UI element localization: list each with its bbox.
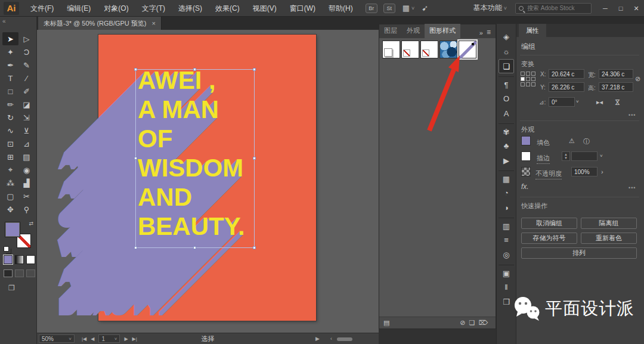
info-icon[interactable]: ⓘ [583, 137, 590, 146]
last-artboard-icon[interactable]: ▶| [132, 336, 137, 342]
paragraph-panel-icon[interactable]: ¶ [499, 76, 514, 91]
column-graph-tool[interactable]: ▟ [18, 176, 35, 190]
expand-panel-icon[interactable]: » [477, 27, 485, 38]
minimize-button[interactable]: ─ [597, 0, 613, 17]
flip-vertical-icon[interactable]: ⋈ [614, 99, 621, 106]
selection-tool[interactable]: ➤ [2, 32, 18, 45]
selection-handle[interactable] [253, 68, 256, 71]
effects-fx-icon[interactable]: fx. [521, 182, 529, 191]
opentype-panel-icon[interactable]: O [499, 91, 514, 106]
color-button[interactable] [4, 255, 13, 264]
stroke-weight-field[interactable] [571, 151, 597, 161]
paintbrush-tool[interactable]: ✐ [18, 85, 35, 98]
tab-properties[interactable]: 属性 [519, 24, 546, 37]
tab-layers[interactable]: 图层 [379, 24, 402, 38]
type-tool[interactable]: T [2, 72, 18, 85]
eraser-tool[interactable]: ◪ [18, 98, 35, 111]
collapse-panel-icon[interactable]: « [2, 18, 6, 24]
hand-tool[interactable]: ✥ [2, 203, 18, 216]
prev-artboard-icon[interactable]: ◀ [91, 336, 94, 342]
graphic-style-blue-texture[interactable] [439, 41, 457, 58]
arrange-button[interactable]: 排列 [521, 247, 637, 259]
default-fill-stroke-icon[interactable] [4, 246, 9, 252]
panel-menu-icon[interactable]: ≡ [485, 26, 496, 38]
swatches-panel-icon[interactable]: ▦ [499, 171, 514, 185]
layers-panel-icon[interactable]: ◈ [499, 29, 514, 44]
reference-point-selector[interactable] [521, 72, 536, 87]
actions-panel-icon[interactable]: ▶ [499, 153, 514, 168]
tab-graphic-styles[interactable]: 图形样式 [425, 24, 460, 38]
y-field[interactable]: 26.226 c [549, 82, 584, 92]
rotate-tool[interactable]: ↻ [2, 111, 18, 124]
color-guide-panel-icon[interactable]: ◔ [499, 185, 514, 200]
stepper-down-icon[interactable]: ▼ [564, 156, 568, 160]
shaper-tool[interactable]: ✏ [2, 98, 18, 111]
chevron-down-icon[interactable]: ˅ [600, 153, 603, 159]
artboard-number-select[interactable]: 1 ˅ [98, 334, 120, 343]
direct-selection-tool[interactable]: ▷ [18, 32, 35, 45]
menu-view[interactable]: 视图(V) [246, 0, 283, 17]
menu-effect[interactable]: 效果(C) [209, 0, 246, 17]
gpu-performance-icon[interactable]: ➹ [422, 4, 428, 13]
screen-mode-icon[interactable]: ❐ [8, 284, 15, 292]
graphic-style-default[interactable] [382, 41, 400, 58]
delete-style-icon[interactable]: ⌦ [478, 319, 488, 327]
appearance-panel-icon[interactable]: ☼ [499, 44, 514, 58]
tab-appearance[interactable]: 外观 [402, 24, 425, 38]
symbols-panel-icon[interactable]: ♣ [499, 138, 514, 153]
break-link-icon[interactable]: ⊘ [460, 319, 465, 327]
puppet-warp-tool[interactable]: ⊻ [18, 124, 35, 137]
arrange-documents-icon[interactable]: ▦ [402, 4, 410, 13]
x-field[interactable]: 20.624 c [549, 69, 584, 79]
magic-wand-tool[interactable]: ✦ [2, 45, 18, 58]
document-tab[interactable]: 未标题-3* @ 50% (RGB/GPU 预览) × [38, 17, 162, 30]
close-button[interactable]: ✕ [628, 0, 644, 17]
next-artboard-icon[interactable]: ▶ [124, 336, 128, 342]
graphic-style-no-fill-2[interactable] [420, 41, 438, 58]
artboard[interactable]: AWEI ,A MANOFWISDOMANDBEAUTY. [98, 35, 316, 321]
menu-type[interactable]: 文字(T) [135, 0, 172, 17]
selection-handle[interactable] [134, 68, 137, 71]
transparency-panel-icon[interactable]: ◎ [499, 247, 514, 262]
character-panel-icon[interactable]: A [499, 106, 514, 120]
lasso-tool[interactable]: Ɔ [18, 45, 35, 58]
rectangle-tool[interactable]: □ [2, 85, 18, 98]
stroke-panel-icon[interactable]: ≡ [499, 233, 514, 247]
scale-tool[interactable]: ⇲ [18, 111, 35, 124]
recolor-button[interactable]: 重新着色 [581, 233, 637, 244]
new-graphic-style-icon[interactable]: ❏ [469, 319, 475, 327]
save-as-symbol-button[interactable]: 存储为符号 [521, 233, 577, 244]
artboard-tool[interactable]: ▢ [2, 190, 18, 203]
color-panel-icon[interactable]: ◑ [499, 200, 514, 215]
zoom-level-select[interactable]: 50% ˅ [39, 334, 75, 343]
opacity-field[interactable]: 100% [571, 167, 597, 176]
opacity-label[interactable]: 不透明度 [535, 169, 562, 179]
opacity-options-icon[interactable]: › [601, 168, 603, 175]
stroke-label[interactable]: 描边 [537, 154, 550, 164]
scroll-left-icon[interactable]: ‹ [330, 336, 332, 342]
search-box[interactable] [515, 3, 592, 14]
menu-edit[interactable]: 编辑(E) [60, 0, 97, 17]
transform-panel-icon[interactable]: ▣ [499, 265, 514, 279]
pen-tool[interactable]: ✒ [2, 58, 18, 72]
none-button[interactable] [26, 255, 35, 264]
selection-handle[interactable] [134, 157, 137, 160]
bridge-icon[interactable]: Br [366, 4, 377, 13]
selection-handle[interactable] [193, 246, 196, 249]
selection-handle[interactable] [134, 246, 137, 249]
maximize-button[interactable]: □ [613, 0, 628, 17]
search-input[interactable] [526, 4, 589, 12]
isolate-group-button[interactable]: 隔离组 [581, 218, 637, 229]
graphic-styles-panel-icon[interactable]: ❏ [499, 59, 514, 73]
line-segment-tool[interactable]: ∕ [18, 72, 35, 85]
menu-file[interactable]: 文件(F) [24, 0, 60, 17]
gradient-button[interactable] [15, 255, 24, 264]
curvature-tool[interactable]: ✎ [18, 58, 35, 72]
brushes-panel-icon[interactable]: ✾ [499, 123, 514, 138]
stroke-weight-stepper[interactable]: ▲ ▼ [562, 151, 570, 161]
flip-horizontal-icon[interactable]: ▸◂ [596, 98, 603, 106]
ungroup-button[interactable]: 取消编组 [521, 218, 577, 229]
poster-text[interactable]: AWEI ,A MANOFWISDOMANDBEAUTY. [138, 66, 245, 241]
status-arrow-icon[interactable]: ▶ [315, 336, 320, 342]
more-options-icon[interactable]: ••• [628, 112, 636, 118]
